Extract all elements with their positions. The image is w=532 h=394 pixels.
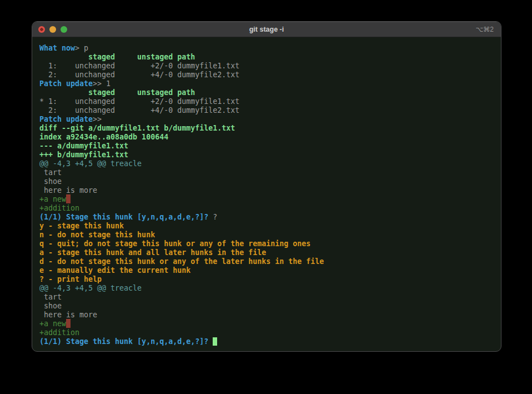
terminal-line: staged unstaged path bbox=[39, 88, 494, 97]
text-segment: 1: unchanged +2/-0 dummyfile1.txt bbox=[39, 62, 239, 70]
titlebar[interactable]: git stage -i ⌥⌘2 bbox=[32, 22, 501, 37]
terminal-line: tart bbox=[39, 168, 494, 177]
terminal-line: +a new bbox=[39, 195, 494, 204]
window-shortcut-badge: ⌥⌘2 bbox=[475, 26, 494, 33]
text-segment: s more bbox=[71, 311, 97, 319]
text-segment: shoe bbox=[39, 302, 62, 310]
text-segment: +a new bbox=[39, 195, 66, 203]
terminal-line: n - do not stage this hunk bbox=[39, 231, 494, 240]
text-segment: Patch update bbox=[39, 79, 93, 88]
terminal-line: ? - print help bbox=[39, 275, 494, 284]
trailing-whitespace-marker bbox=[66, 195, 71, 203]
text-segment: staged unstaged path bbox=[39, 53, 195, 61]
text-segment: tart bbox=[39, 293, 62, 301]
terminal-line: * 1: unchanged +2/-0 dummyfile1.txt bbox=[39, 97, 494, 106]
trailing-whitespace-marker bbox=[66, 320, 71, 328]
terminal-line: q - quit; do not stage this hunk or any … bbox=[39, 240, 494, 248]
minimize-button[interactable] bbox=[49, 26, 56, 33]
terminal-line: e - manually edit the current hunk bbox=[39, 266, 494, 275]
text-segment: staged unstaged path bbox=[39, 88, 195, 97]
text-segment: > p bbox=[75, 44, 88, 52]
terminal-line: Patch update>> 1 bbox=[39, 79, 494, 88]
terminal-line: +addition bbox=[39, 328, 494, 337]
text-segment: +a new bbox=[39, 320, 66, 328]
terminal-line: @@ -4,3 +4,5 @@ treacle bbox=[39, 159, 494, 168]
text-segment: Patch update bbox=[39, 115, 93, 123]
terminal-line: tart bbox=[39, 293, 494, 302]
block-cursor bbox=[213, 337, 217, 346]
text-segment: n - do not stage this hunk bbox=[39, 231, 155, 239]
text-segment: here bbox=[39, 311, 66, 319]
terminal-line: 1: unchanged +2/-0 dummyfile1.txt bbox=[39, 62, 494, 71]
terminal-line: @@ -4,3 +4,5 @@ treacle bbox=[39, 284, 494, 293]
terminal-line: here is more bbox=[39, 311, 494, 320]
terminal-line: index a92434e..a08a0db 100644 bbox=[39, 133, 494, 142]
text-segment: @@ -4,3 +4,5 @@ treacle bbox=[39, 284, 142, 292]
window-title: git stage -i bbox=[32, 26, 501, 33]
text-segment: e - manually edit the current hunk bbox=[39, 266, 190, 275]
text-segment: diff --git a/dummyfile1.txt b/dummyfile1… bbox=[39, 124, 235, 132]
text-segment: >> 1 bbox=[93, 79, 111, 88]
text-segment: @@ -4,3 +4,5 @@ treacle bbox=[39, 159, 142, 168]
terminal-line: d - do not stage this hunk or any of the… bbox=[39, 257, 494, 266]
zoom-button[interactable] bbox=[61, 26, 67, 33]
terminal-line: here is more bbox=[39, 186, 494, 195]
text-segment: tart bbox=[39, 168, 62, 177]
terminal-window: git stage -i ⌥⌘2 What now> p staged unst… bbox=[32, 21, 501, 352]
text-segment: 2: unchanged +4/-0 dummyfile2.txt bbox=[39, 106, 239, 114]
text-segment: index a92434e..a08a0db 100644 bbox=[39, 133, 168, 141]
terminal-line: staged unstaged path bbox=[39, 53, 494, 62]
text-segment: * 1: unchanged +2/-0 dummyfile1.txt bbox=[39, 97, 239, 106]
terminal-line: +a new bbox=[39, 320, 494, 328]
text-segment: q - quit; do not stage this hunk or any … bbox=[39, 240, 310, 248]
text-segment: s more bbox=[71, 186, 97, 194]
close-button[interactable] bbox=[38, 26, 45, 33]
terminal-line: diff --git a/dummyfile1.txt b/dummyfile1… bbox=[39, 124, 494, 133]
text-segment: shoe bbox=[39, 177, 62, 186]
text-segment: (1/1) Stage this hunk [y,n,q,a,d,e,?]? bbox=[39, 337, 213, 346]
text-segment: d - do not stage this hunk or any of the… bbox=[39, 257, 324, 266]
text-segment: +++ b/dummyfile1.txt bbox=[39, 151, 128, 159]
terminal-line: y - stage this hunk bbox=[39, 222, 494, 231]
text-segment: >> bbox=[93, 115, 102, 123]
terminal-line: 2: unchanged +4/-0 dummyfile2.txt bbox=[39, 106, 494, 115]
terminal-content[interactable]: What now> p staged unstaged path 1: unch… bbox=[32, 37, 501, 351]
terminal-line: shoe bbox=[39, 177, 494, 186]
terminal-line: +++ b/dummyfile1.txt bbox=[39, 151, 494, 159]
terminal-line: (1/1) Stage this hunk [y,n,q,a,d,e,?]? bbox=[39, 337, 494, 346]
misspell-underline: i bbox=[66, 311, 71, 320]
text-segment: --- a/dummyfile1.txt bbox=[39, 142, 128, 150]
text-segment: (1/1) Stage this hunk [y,n,q,a,d,e,?]? bbox=[39, 213, 208, 221]
misspell-underline: i bbox=[66, 186, 71, 196]
text-segment: y - stage this hunk bbox=[39, 222, 124, 230]
text-segment: +addition bbox=[39, 204, 79, 212]
text-segment: here bbox=[39, 186, 66, 194]
terminal-line: What now> p bbox=[39, 44, 494, 53]
text-segment: a - stage this hunk and all later hunks … bbox=[39, 248, 266, 257]
terminal-line: Patch update>> bbox=[39, 115, 494, 124]
terminal-line: a - stage this hunk and all later hunks … bbox=[39, 248, 494, 257]
terminal-line: (1/1) Stage this hunk [y,n,q,a,d,e,?]? ? bbox=[39, 213, 494, 222]
text-segment: +addition bbox=[39, 328, 79, 337]
traffic-lights bbox=[32, 26, 67, 33]
text-segment: 2: unchanged +4/-0 dummyfile2.txt bbox=[39, 71, 239, 79]
text-segment: What now bbox=[39, 44, 75, 52]
terminal-line: 2: unchanged +4/-0 dummyfile2.txt bbox=[39, 71, 494, 79]
terminal-line: --- a/dummyfile1.txt bbox=[39, 142, 494, 151]
text-segment: ? - print help bbox=[39, 275, 102, 283]
terminal-line: +addition bbox=[39, 204, 494, 213]
terminal-line: shoe bbox=[39, 302, 494, 311]
text-segment: ? bbox=[208, 213, 217, 221]
